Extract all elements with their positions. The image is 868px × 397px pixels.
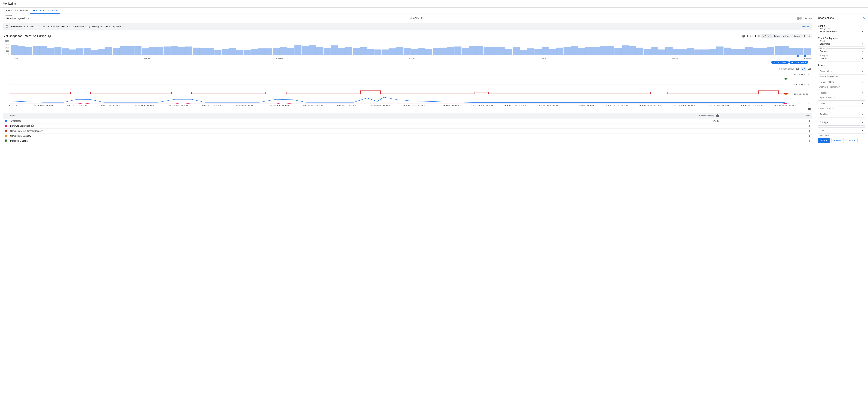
panel-title: Chart options [818, 16, 834, 20]
svg-rect-43 [810, 108, 811, 110]
chart-select[interactable]: Chart Slot Usage ▼ [818, 41, 865, 47]
interval-label: 1 minute interval [779, 68, 795, 70]
refresh-button[interactable]: ⟳ REFRESH [747, 35, 760, 37]
location-select[interactable]: Location US (multiple regions in Un... ▼ [3, 16, 36, 21]
users-hint: 10 users maximum [819, 107, 865, 109]
projects-filter[interactable]: Projects▼ [818, 90, 865, 96]
legend-table: Name ↓ Average slot usage ? Slots Total … [3, 113, 812, 143]
time-range-chips: 1 day 3 days 7 days 14 days 30 days [762, 34, 812, 38]
chart-title: Slot Usage for Enterprise Edition [3, 34, 46, 38]
metric-select[interactable]: Metric Average ▼ [818, 48, 865, 54]
bar-chart-button[interactable] [807, 67, 812, 71]
overview-y-axis: 2000 1500 1000 500 0 [3, 40, 10, 55]
detail-chart[interactable]: 15,000 10,000 5,000 0 UTC-79:05 A [3, 73, 812, 106]
svg-rect-42 [809, 108, 810, 110]
svg-text:10:55 AM: 10:55 AM [774, 105, 797, 106]
overview-x-axis: 12:00 PM3:00 PM6:00 PM9:00 PMOct 153:00 … [10, 58, 811, 60]
range-14days[interactable]: 14 days [791, 34, 801, 38]
jobs-filter[interactable]: Jobs▼ [818, 127, 865, 134]
col-avg[interactable]: ↓ Average slot usage ? [428, 113, 721, 119]
svg-rect-12 [783, 78, 788, 79]
range-1day[interactable]: 1 day [762, 34, 772, 38]
info-icon: ⓘ [6, 25, 8, 28]
projects-hint: 10 projects maximum [819, 97, 865, 99]
page-title: Monitoring [0, 0, 868, 7]
tabs: OPERATIONAL HEALTH RESOURCE UTILIZATION [0, 7, 868, 14]
caret-down-icon: ▼ [862, 43, 864, 45]
selection-window[interactable] [799, 40, 806, 55]
table-row[interactable]: Borrowed Slot Usage ? -0 [3, 124, 812, 129]
svg-text:9:15 AM: 9:15 AM [101, 105, 121, 106]
overview-chart[interactable]: 2000 1500 1000 500 0 [3, 40, 812, 60]
help-icon[interactable]: ? [796, 68, 799, 70]
columns-icon[interactable] [808, 108, 811, 111]
slider-handle-end[interactable] [804, 55, 806, 57]
svg-text:9:30 AM: 9:30 AM [202, 105, 222, 106]
time-slider[interactable] [10, 56, 811, 56]
svg-text:9:45 AM: 9:45 AM [303, 105, 323, 106]
job-types-filter[interactable]: Job Types▼ [818, 119, 865, 126]
overview-bars[interactable] [10, 40, 811, 55]
svg-text:10:30 AM: 10:30 AM [605, 105, 628, 106]
svg-text:9:25 AM: 9:25 AM [168, 105, 188, 106]
range-30days[interactable]: 30 days [802, 34, 812, 38]
help-icon[interactable]: ? [31, 125, 34, 127]
line-chart-icon [802, 68, 805, 70]
scope-heading: Scope [818, 25, 865, 27]
caret-down-icon: ▼ [862, 58, 864, 60]
table-row[interactable]: Total Usage 673.310 [3, 119, 812, 124]
refresh-label: REFRESH [749, 35, 760, 37]
svg-text:10,000: 10,000 [790, 84, 809, 85]
parent-folders-filter[interactable]: Parent Folders▼ [818, 79, 865, 85]
reservations-filter[interactable]: Reservations▼ [818, 68, 865, 74]
dismiss-button[interactable]: DISMISS [801, 25, 809, 28]
parent-folders-hint: 10 parent folders maximum [819, 86, 865, 88]
range-3days[interactable]: 3 days [772, 34, 781, 38]
time-end-badge: Oct 15, 10:58 AM [789, 61, 808, 64]
svg-text:9:35 AM: 9:35 AM [236, 105, 255, 106]
svg-text:9:10 AM: 9:10 AM [67, 105, 87, 106]
svg-text:UTC-7: UTC-7 [3, 105, 18, 106]
help-icon[interactable]: ? [716, 114, 719, 117]
svg-rect-2 [810, 68, 811, 70]
col-slots[interactable]: Slots [721, 113, 812, 119]
time-start-badge: Oct 15, 8:58 AM [771, 61, 789, 64]
live-data-toggle-row: Live data [797, 17, 812, 20]
svg-text:10:25 AM: 10:25 AM [571, 105, 594, 106]
jobs-hint: 10 jobs maximum [819, 134, 865, 136]
table-row[interactable]: Commitment + Autoscale Capacity -0 [3, 129, 812, 133]
billing-model-select[interactable]: Billing model Enterprise Edition ▼ [818, 29, 865, 34]
copy-url-label: COPY URL [413, 17, 424, 20]
svg-rect-0 [808, 69, 809, 70]
line-chart-button[interactable] [801, 67, 806, 71]
refresh-icon: ⟳ [747, 35, 749, 37]
banner-text: Resource charts may load stale data to i… [10, 25, 798, 28]
help-icon[interactable]: ? [742, 35, 745, 37]
tab-operational-health[interactable]: OPERATIONAL HEALTH [2, 7, 30, 13]
table-row[interactable]: Maximum Capacity -0 [3, 138, 812, 143]
range-7days[interactable]: 7 days [782, 34, 790, 38]
caret-down-icon: ▼ [862, 113, 864, 115]
caret-down-icon: ▼ [862, 70, 864, 72]
bar-chart-icon [808, 68, 811, 70]
close-icon[interactable]: ✕ [863, 16, 865, 20]
live-data-toggle[interactable] [797, 17, 802, 20]
copy-url-button[interactable]: 🔗 COPY URL [409, 17, 424, 20]
reset-button[interactable]: RESET [831, 138, 844, 143]
col-name[interactable]: Name [8, 113, 428, 119]
users-filter[interactable]: Users▼ [818, 100, 865, 107]
svg-text:9:55 AM: 9:55 AM [371, 105, 390, 106]
slider-handle-start[interactable] [797, 55, 799, 57]
help-icon[interactable]: ? [48, 35, 51, 37]
caret-down-icon: ▼ [862, 51, 864, 52]
group-by-select[interactable]: Group by Overall ▼ [818, 56, 865, 62]
caret-down-icon: ▼ [33, 18, 35, 20]
priorities-filter[interactable]: Priorities▼ [818, 111, 865, 118]
svg-text:15,000: 15,000 [790, 74, 809, 75]
apply-button[interactable]: APPLY [818, 138, 830, 143]
close-button[interactable]: CLOSE [845, 138, 858, 143]
tab-resource-utilization[interactable]: RESOURCE UTILIZATION [30, 7, 60, 13]
location-label: Location [4, 15, 12, 17]
caret-down-icon: ▼ [862, 92, 864, 94]
table-row[interactable]: Commitment Capacity -0 [3, 133, 812, 138]
